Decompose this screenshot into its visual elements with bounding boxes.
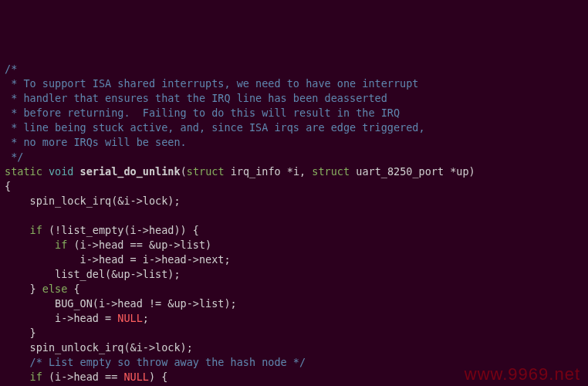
comment-line: */ — [5, 151, 23, 163]
keyword-struct: struct — [187, 165, 225, 178]
code-line: i->head = i->head->next; — [5, 253, 231, 266]
code-editor: /* * To support ISA shared interrupts, w… — [5, 62, 583, 386]
keyword-null: NULL — [117, 312, 143, 324]
keyword-void: void — [49, 165, 74, 178]
code-line: spin_lock_irq(&i->lock); — [5, 195, 181, 207]
keyword-else: else — [42, 283, 68, 295]
comment-line: * before returning. Failing to do this w… — [5, 107, 400, 119]
comment-line: * line being stuck active, and, since IS… — [5, 121, 425, 134]
brace-open: { — [5, 180, 11, 192]
comment-line: * To support ISA shared interrupts, we n… — [5, 77, 418, 90]
keyword-null: NULL — [123, 371, 149, 383]
comment-line: * handler that ensures that the IRQ line… — [5, 92, 387, 104]
code-line: list_del(&up->list); — [5, 268, 181, 280]
comment-line: /* — [5, 63, 17, 75]
function-name: serial_do_unlink — [80, 165, 181, 178]
keyword-if: if — [55, 239, 67, 251]
code-line: } — [5, 327, 36, 339]
code-line: BUG_ON(i->head != &up->list); — [5, 297, 237, 310]
keyword-if: if — [30, 224, 42, 236]
keyword-static: static — [5, 165, 42, 178]
code-line: spin_unlock_irq(&i->lock); — [5, 341, 193, 354]
watermark: www.9969.net — [465, 367, 580, 381]
keyword-struct: struct — [312, 165, 350, 178]
comment-line: * no more IRQs will be seen. — [5, 136, 187, 148]
comment-line: /* List empty so throw away the hash nod… — [5, 356, 306, 368]
keyword-if: if — [30, 371, 42, 383]
